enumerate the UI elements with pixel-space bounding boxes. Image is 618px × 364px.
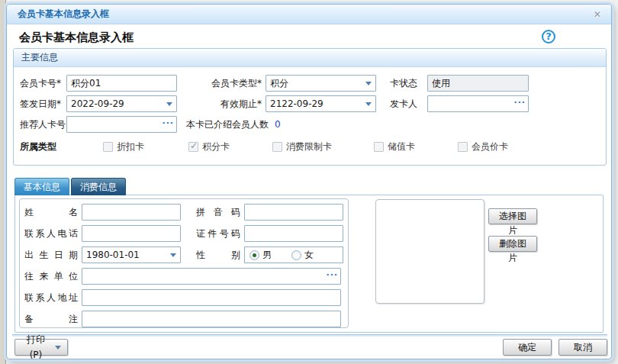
row-remark: 备注 — [24, 311, 344, 327]
issue-date-label: 签发日期* — [20, 98, 66, 111]
remark-input[interactable] — [82, 311, 341, 327]
card-type-dropdown[interactable]: 积分 — [266, 75, 376, 92]
row-phone: 联系人电话 证件号码 — [24, 225, 344, 242]
checkbox-icon — [374, 142, 384, 152]
issue-date-dropdown[interactable]: 2022-09-29 — [66, 95, 177, 112]
name-input[interactable] — [82, 204, 181, 221]
print-button-label: 打印(P) — [21, 332, 50, 362]
contact-address-label: 联系人地址 — [24, 292, 78, 304]
checkbox-icon — [272, 142, 282, 152]
contact-address-input[interactable] — [82, 289, 341, 306]
panel-header: 主要信息 — [14, 49, 606, 67]
card-type-label: 会员卡类型* — [177, 77, 266, 90]
row-card: 会员卡号* 会员卡类型* 积分 卡状态 — [20, 75, 600, 92]
company-label: 往来单位 — [24, 270, 78, 283]
row-referrer: 推荐人卡号 ··· 本卡已介绍会员人数 0 — [20, 116, 600, 133]
id-number-input[interactable] — [244, 225, 343, 242]
row-address: 联系人地址 — [24, 289, 344, 306]
row-category: 所属类型 折扣卡 积分卡 消费限制卡 储值卡 会员价卡 — [20, 138, 600, 155]
company-lookup-icon[interactable]: ··· — [326, 270, 338, 281]
row-name: 姓名 拼音码 — [24, 204, 344, 221]
tab-basic-info[interactable]: 基本信息 — [14, 178, 69, 195]
checkbox-icon — [188, 142, 198, 152]
chevron-down-icon — [166, 102, 172, 106]
radio-female[interactable]: 女 — [291, 249, 314, 262]
chevron-down-icon — [365, 102, 372, 106]
ok-button[interactable]: 确定 — [503, 339, 552, 356]
dialog-titlebar: 会员卡基本信息录入框 ✕ — [7, 5, 611, 24]
tab-consume-info[interactable]: 消费信息 — [71, 178, 126, 195]
card-no-input[interactable] — [66, 75, 177, 92]
footer-divider — [12, 334, 607, 337]
birth-date-label: 出生日期 — [24, 249, 78, 262]
tab-bar: 基本信息 消费信息 — [14, 178, 126, 195]
radio-label: 男 — [262, 249, 272, 262]
checkbox-label: 储值卡 — [388, 140, 415, 153]
contact-phone-input[interactable] — [82, 225, 181, 242]
main-info-panel: 主要信息 会员卡号* 会员卡类型* 积分 卡状态 签发日期* 2022-09-2… — [13, 48, 607, 166]
checkbox-label: 消费限制卡 — [286, 140, 332, 153]
checkbox-icon — [458, 142, 468, 152]
close-icon[interactable]: ✕ — [591, 8, 604, 21]
checkbox-consume-limit-card[interactable]: 消费限制卡 — [272, 138, 332, 155]
radio-male[interactable]: 男 — [249, 249, 272, 262]
card-no-label: 会员卡号* — [20, 77, 66, 90]
checkbox-icon — [103, 142, 113, 152]
id-number-label: 证件号码 — [196, 227, 240, 240]
pinyin-input[interactable] — [244, 204, 343, 221]
checkbox-points-card[interactable]: 积分卡 — [188, 138, 230, 155]
row-birth-gender: 出生日期 1980-01-01 性别 男 女 — [24, 246, 344, 263]
category-label: 所属类型 — [20, 140, 66, 153]
pinyin-label: 拼音码 — [196, 206, 240, 219]
cancel-button[interactable]: 取消 — [558, 339, 607, 356]
contact-phone-label: 联系人电话 — [24, 227, 78, 240]
chevron-down-icon — [365, 82, 372, 85]
remark-label: 备注 — [24, 313, 78, 326]
card-status-label: 卡状态 — [376, 77, 427, 90]
checkbox-label: 积分卡 — [202, 140, 230, 153]
issuer-label: 发卡人 — [376, 98, 427, 111]
valid-until-dropdown[interactable]: 2122-09-29 — [266, 95, 376, 112]
issuer-lookup-icon[interactable]: ··· — [513, 98, 526, 108]
radio-label: 女 — [304, 249, 314, 262]
name-label: 姓名 — [24, 206, 78, 219]
valid-until-label: 有效期止* — [177, 98, 266, 111]
valid-until-value: 2122-09-29 — [270, 98, 362, 109]
row-dates: 签发日期* 2022-09-29 有效期止* 2122-09-29 发卡人 ··… — [20, 95, 600, 112]
issue-date-value: 2022-09-29 — [71, 98, 163, 109]
background-app-edge — [0, 0, 6, 364]
window-title: 会员卡基本信息录入框 — [7, 8, 109, 21]
referrer-card-input[interactable] — [66, 116, 177, 133]
birth-date-dropdown[interactable]: 1980-01-01 — [82, 246, 181, 263]
select-photo-button[interactable]: 选择图片 — [488, 208, 537, 224]
checkbox-stored-value-card[interactable]: 储值卡 — [374, 138, 415, 155]
gender-radio-group: 男 女 — [244, 246, 343, 263]
basic-form-group: 姓名 拼音码 联系人电话 证件号码 出生日期 1980-01-01 性别 — [19, 198, 349, 328]
checkbox-label: 会员价卡 — [472, 140, 508, 153]
chevron-down-icon — [55, 346, 61, 350]
radio-icon — [249, 250, 259, 260]
help-icon[interactable]: ? — [542, 30, 555, 43]
checkbox-discount-card[interactable]: 折扣卡 — [103, 138, 144, 155]
gender-label: 性别 — [196, 249, 240, 262]
radio-icon — [291, 250, 301, 260]
chevron-down-icon — [170, 253, 176, 257]
card-type-value: 积分 — [270, 77, 362, 90]
issuer-field-wrap: ··· — [427, 95, 529, 112]
basic-info-tab-panel: 姓名 拼音码 联系人电话 证件号码 出生日期 1980-01-01 性别 — [14, 195, 604, 333]
checkbox-member-price-card[interactable]: 会员价卡 — [458, 138, 508, 155]
birth-date-value: 1980-01-01 — [86, 250, 166, 260]
print-button[interactable]: 打印(P) — [14, 339, 68, 356]
member-card-dialog: 会员卡基本信息录入框 ✕ 会员卡基本信息录入框 ? 主要信息 会员卡号* 会员卡… — [6, 4, 612, 359]
referred-count-value: 0 — [275, 119, 281, 130]
page-title: 会员卡基本信息录入框 — [19, 31, 134, 45]
card-status-input — [427, 75, 529, 92]
referrer-lookup-icon[interactable]: ··· — [162, 118, 174, 129]
company-field-wrap: ··· — [82, 268, 341, 285]
delete-photo-button[interactable]: 删除图片 — [488, 236, 537, 252]
checkbox-label: 折扣卡 — [117, 140, 144, 153]
referrer-field-wrap: ··· — [66, 116, 177, 133]
referrer-card-label: 推荐人卡号 — [20, 118, 66, 131]
company-input[interactable] — [82, 268, 341, 285]
referred-count-label: 本卡已介绍会员人数 — [186, 118, 269, 131]
